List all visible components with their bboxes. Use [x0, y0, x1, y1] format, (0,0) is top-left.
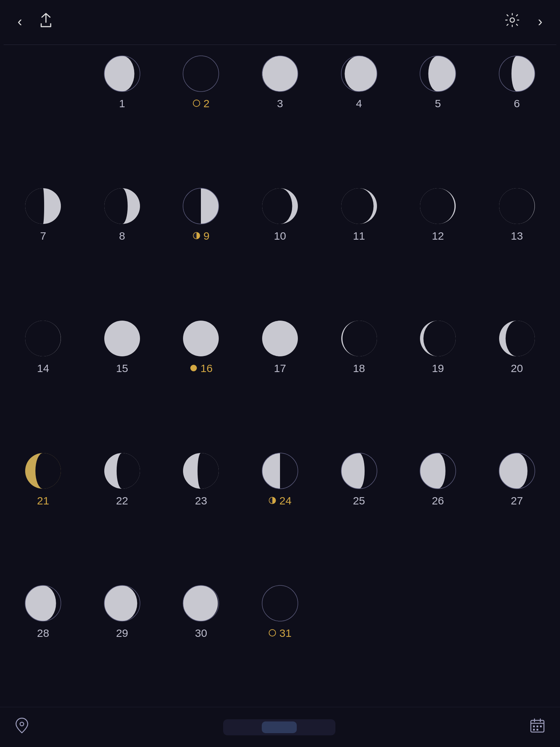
calendar-cell[interactable]: 31 — [241, 578, 320, 703]
moon-phase-icon — [418, 451, 458, 491]
svg-rect-39 — [533, 725, 535, 727]
calendar-cell — [477, 578, 556, 703]
svg-point-18 — [183, 321, 219, 356]
calendar-cell[interactable]: 7 — [4, 181, 83, 306]
moon-phase-icon — [181, 186, 221, 226]
calendar-cell[interactable]: 24 — [241, 446, 320, 571]
moon-phase-icon — [497, 451, 537, 491]
moon-phase-icon — [497, 186, 537, 226]
day-number: 3 — [277, 97, 283, 110]
calendar-cell — [4, 49, 83, 174]
day-number: 20 — [511, 362, 523, 375]
location-button[interactable] — [15, 717, 29, 737]
day-number: 1 — [119, 97, 125, 110]
settings-button[interactable] — [501, 9, 523, 34]
svg-point-35 — [262, 585, 298, 621]
calendar-cell[interactable]: 25 — [319, 446, 398, 571]
moon-phase-icon — [181, 583, 221, 623]
calendar-row-3: 21 22 23 24 25 26 27 — [4, 442, 556, 574]
calendar-cell[interactable]: 17 — [241, 313, 320, 438]
day-number: 23 — [195, 495, 207, 507]
calendar-cell[interactable]: 23 — [162, 446, 241, 571]
header-nav: ‹ — [15, 10, 55, 33]
moon-phase-icon — [339, 186, 379, 226]
moon-phase-icon — [497, 54, 537, 94]
day-number: 28 — [37, 627, 49, 639]
calendar-cell[interactable]: 19 — [398, 313, 478, 438]
next-button[interactable]: › — [535, 11, 545, 32]
moon-phase-icon — [339, 451, 379, 491]
calendar-cell[interactable]: 13 — [477, 181, 556, 306]
day-number: 25 — [353, 495, 365, 507]
day-number: 16 — [190, 362, 213, 375]
calendar-cell[interactable]: 26 — [398, 446, 478, 571]
day-number: 10 — [274, 230, 286, 242]
moon-phase-icon — [23, 186, 63, 226]
moon-phase-icon — [181, 54, 221, 94]
moon-phase-icon — [260, 583, 300, 623]
day-number: 2 — [192, 97, 210, 110]
svg-point-0 — [510, 18, 514, 22]
moon-phase-icon — [339, 318, 379, 359]
calendar-cell[interactable]: 2 — [162, 49, 241, 174]
calendar-cell[interactable]: 30 — [162, 578, 241, 703]
calendar-cell[interactable]: 5 — [398, 49, 478, 174]
calendar-cell[interactable]: 12 — [398, 181, 478, 306]
moon-phase-icon — [260, 318, 300, 359]
calendar-cell[interactable]: 6 — [477, 49, 556, 174]
moon-phase-icon — [260, 54, 300, 94]
day-number: 18 — [353, 362, 365, 375]
tab-group — [223, 719, 335, 735]
day-number: 19 — [432, 362, 444, 375]
calendar-cell[interactable]: 29 — [83, 578, 162, 703]
calendar-row-1: 7 8 9 10 11 12 13 — [4, 177, 556, 310]
calendar-cell — [398, 578, 478, 703]
calendar-cell[interactable]: 8 — [83, 181, 162, 306]
calendar-cell[interactable]: 18 — [319, 313, 398, 438]
day-headers — [4, 40, 556, 45]
calendar-cell[interactable]: 3 — [241, 49, 320, 174]
day-number: 21 — [37, 495, 49, 507]
day-number: 31 — [268, 627, 291, 639]
prev-button[interactable]: ‹ — [15, 11, 25, 32]
day-number: 9 — [192, 230, 210, 242]
phase-indicator — [192, 230, 201, 242]
calendar-row-4: 28 29 3031 — [4, 574, 556, 707]
day-number: 5 — [435, 97, 441, 110]
svg-point-37 — [20, 722, 24, 726]
day-number: 27 — [511, 495, 523, 507]
svg-rect-42 — [533, 729, 535, 731]
calendar-cell[interactable]: 27 — [477, 446, 556, 571]
tab-more[interactable] — [298, 721, 333, 733]
moon-phase-icon — [497, 318, 537, 359]
day-number: 6 — [514, 97, 520, 110]
share-button[interactable] — [37, 10, 55, 33]
moon-phase-icon — [339, 54, 379, 94]
calendar-cell[interactable]: 21 — [4, 446, 83, 571]
calendar-cell[interactable]: 20 — [477, 313, 556, 438]
calendar-cell[interactable]: 22 — [83, 446, 162, 571]
phase-indicator — [268, 495, 276, 507]
calendar-icon-button[interactable] — [529, 717, 545, 737]
moon-phase-icon — [23, 583, 63, 623]
day-number: 8 — [119, 230, 125, 242]
day-number: 14 — [37, 362, 49, 375]
calendar-row-0: 12 3 4 5 6 — [4, 45, 556, 177]
svg-rect-40 — [537, 725, 538, 727]
tab-day[interactable] — [225, 721, 260, 733]
calendar-cell[interactable]: 11 — [319, 181, 398, 306]
calendar-cell[interactable]: 16 — [162, 313, 241, 438]
header: ‹ › — [0, 0, 560, 40]
calendar-cell[interactable]: 4 — [319, 49, 398, 174]
calendar-cell[interactable]: 10 — [241, 181, 320, 306]
tab-month[interactable] — [262, 721, 297, 733]
calendar-cell[interactable]: 15 — [83, 313, 162, 438]
moon-phase-icon — [418, 318, 458, 359]
calendar-cell[interactable]: 9 — [162, 181, 241, 306]
calendar-grid: 12 3 4 5 6 7 8 9 10 11 — [0, 45, 560, 707]
svg-point-20 — [262, 321, 298, 356]
calendar-cell[interactable]: 14 — [4, 313, 83, 438]
calendar-cell[interactable]: 28 — [4, 578, 83, 703]
day-number: 24 — [268, 495, 291, 507]
calendar-cell[interactable]: 1 — [83, 49, 162, 174]
